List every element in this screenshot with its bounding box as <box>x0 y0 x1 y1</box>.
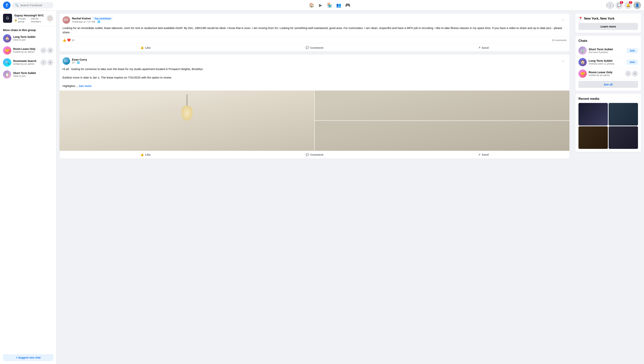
nav-center: 🏠 ▶ 🏪 👥 🎮 <box>57 1 602 10</box>
photo-side-2[interactable] <box>315 121 569 151</box>
room-lease-only-actions: ✓ ✕ <box>41 48 53 54</box>
love-emoji: ❤️ <box>67 38 71 42</box>
see-more-link[interactable]: See more <box>79 84 92 88</box>
long-term-sublet-subtitle: Click to join <box>13 38 53 41</box>
search-icon: 🔍 <box>15 4 19 7</box>
post-evan-photos <box>60 90 569 151</box>
media-grid <box>578 103 638 149</box>
post-evan-body-3: Highlights:... <box>63 84 79 88</box>
evan-send-btn[interactable]: ↗ Send <box>399 152 568 158</box>
right-sidebar: 📍 New York, New York Learn more Chats 🏢 … <box>572 10 644 364</box>
post-rachel-actions: 👍 Like 💬 Comment ↗ Send <box>60 44 569 52</box>
right-chat-short-term: 🏢 Short Term Sublet Gul sent 9 photos. J… <box>578 45 638 56</box>
right-room-lease-accept-btn[interactable]: ✓ <box>625 70 631 76</box>
right-long-term-icon: 🏠 <box>578 58 587 66</box>
media-thumb-3[interactable] <box>578 126 608 149</box>
facebook-logo[interactable]: f <box>3 2 11 9</box>
sidebar-section-title: More chats in this group <box>0 26 56 32</box>
notifications-btn[interactable]: 🔔 7 <box>624 2 632 9</box>
like-btn[interactable]: 👍 Like <box>61 44 230 51</box>
right-long-term-sub: Anthony sent 11 photos. <box>589 62 624 65</box>
evan-like-btn[interactable]: 👍 Like <box>61 152 230 158</box>
evan-comment-btn[interactable]: 💬 Comment <box>230 152 399 158</box>
right-room-lease-sub: Invited by an admin <box>589 74 623 76</box>
post-rachel-badge: Top contributor <box>93 17 113 20</box>
roommate-search-accept-btn[interactable]: ✓ <box>41 60 47 66</box>
comments-count[interactable]: 19 comments <box>552 39 566 42</box>
photo-side-inner-2 <box>315 121 569 151</box>
group-members: 196.0K members <box>31 17 44 23</box>
post-evan-author[interactable]: Evan Curry <box>72 58 87 61</box>
photo-main[interactable] <box>60 90 314 151</box>
roommate-search-subtitle: Invited by an admin <box>13 62 39 65</box>
sidebar-item-room-lease-only[interactable]: 🤝 Room Lease Only Invited by an admin ✓ … <box>0 44 56 56</box>
short-term-sublet-title: Short Term Sublet <box>13 72 53 74</box>
left-sidebar: G Gypsy Housing® NYC 🔒 Private group · 1… <box>0 10 57 364</box>
photo-main-inner <box>60 90 314 151</box>
suggest-new-chat-btn[interactable]: + Suggest new chat <box>3 354 53 361</box>
post-evan-author-line: Evan Curry <box>72 58 558 61</box>
right-short-term-sub: Gul sent 9 photos. <box>589 51 624 54</box>
learn-more-btn[interactable]: Learn more <box>578 23 638 30</box>
media-thumb-1[interactable] <box>578 103 608 126</box>
room-lease-only-subtitle: Invited by an admin <box>13 50 39 53</box>
marketplace-nav-btn[interactable]: 🏪 <box>325 1 334 10</box>
location-name: New York, New York <box>584 17 614 20</box>
edit-group-btn[interactable]: 📋 <box>47 15 53 22</box>
reaction-count: 10 <box>72 39 74 42</box>
sidebar-item-long-term-sublet[interactable]: 🏠 Long Term Sublet Click to join <box>0 32 56 44</box>
search-input[interactable] <box>20 4 51 7</box>
post-evan-actions: 👍 Like 💬 Comment ↗ Send <box>60 151 569 159</box>
page-layout: G Gypsy Housing® NYC 🔒 Private group · 1… <box>0 10 644 364</box>
roommate-search-decline-btn[interactable]: ✕ <box>47 60 53 66</box>
post-evan-privacy-icon: 🌐 <box>77 61 80 64</box>
right-room-lease-icon: 🤝 <box>578 70 587 78</box>
home-nav-btn[interactable]: 🏠 <box>307 1 316 10</box>
friends-nav-btn[interactable]: 👥 <box>334 1 343 10</box>
group-info: Gypsy Housing® NYC 🔒 Private group · 196… <box>14 14 44 23</box>
right-long-term-info: Long Term Sublet Anthony sent 11 photos. <box>589 59 624 65</box>
see-all-chats-btn[interactable]: See all <box>578 81 638 88</box>
post-rachel-more-btn[interactable]: ··· <box>560 16 566 23</box>
photo-side-1[interactable] <box>315 90 569 120</box>
long-term-join-btn[interactable]: Join <box>626 60 638 65</box>
evan-comment-icon: 💬 <box>306 153 309 156</box>
top-navigation: f 🔍 🏠 ▶ 🏪 👥 🎮 ⋮⋮⋮ 💬 2 🔔 7 👤 <box>0 0 644 10</box>
send-icon: ↗ <box>478 46 480 49</box>
media-thumb-2[interactable] <box>608 103 638 126</box>
room-lease-only-decline-btn[interactable]: ✕ <box>47 48 53 54</box>
user-avatar-btn[interactable]: 👤 <box>633 2 641 9</box>
post-rachel-author[interactable]: Rachel Kutner <box>72 17 91 20</box>
right-chat-room-lease: 🤝 Room Lease Only Invited by an admin ✓ … <box>578 68 638 80</box>
evan-comment-label: Comment <box>310 153 323 156</box>
right-room-lease-decline-btn[interactable]: ✕ <box>632 70 638 76</box>
grid-menu-btn[interactable]: ⋮⋮⋮ <box>606 2 614 9</box>
notifications-badge: 7 <box>629 1 632 4</box>
main-feed: RK Rachel Kutner Top contributor Yesterd… <box>57 10 572 364</box>
room-lease-only-accept-btn[interactable]: ✓ <box>41 48 47 54</box>
gaming-nav-btn[interactable]: 🎮 <box>343 1 352 10</box>
right-short-term-icon: 🏢 <box>578 46 587 55</box>
comment-btn[interactable]: 💬 Comment <box>230 44 399 51</box>
sidebar-item-short-term-sublet[interactable]: 📋 Short Term Sublet Click to join <box>0 68 56 80</box>
messenger-btn[interactable]: 💬 2 <box>615 2 623 9</box>
short-term-join-btn[interactable]: Join <box>626 48 638 53</box>
right-room-lease-actions: ✓ ✕ <box>625 70 638 76</box>
short-term-sublet-icon: 📋 <box>3 70 11 79</box>
sidebar-item-roommate-search[interactable]: 🔍 Roommate Search Invited by an admin ✓ … <box>0 56 56 68</box>
video-nav-btn[interactable]: ▶ <box>316 1 325 10</box>
evan-like-icon: 👍 <box>140 153 144 156</box>
post-evan-info: Evan Curry 2h · 🌐 <box>72 58 558 64</box>
send-btn[interactable]: ↗ Send <box>399 44 568 51</box>
post-evan-more-btn[interactable]: ··· <box>560 58 566 64</box>
evan-like-label: Like <box>145 153 151 156</box>
reactions-left: 👍 ❤️ 10 <box>63 38 74 42</box>
right-short-term-info: Short Term Sublet Gul sent 9 photos. <box>589 48 624 54</box>
chats-section: Chats 🏢 Short Term Sublet Gul sent 9 pho… <box>575 36 641 91</box>
post-evan-avatar: EC <box>63 57 70 65</box>
nav-left: f 🔍 <box>3 2 56 9</box>
comment-label: Comment <box>310 46 323 49</box>
media-thumb-4[interactable] <box>608 126 638 149</box>
post-evan-meta: 2h · 🌐 <box>72 61 558 64</box>
post-rachel: RK Rachel Kutner Top contributor Yesterd… <box>60 14 569 52</box>
